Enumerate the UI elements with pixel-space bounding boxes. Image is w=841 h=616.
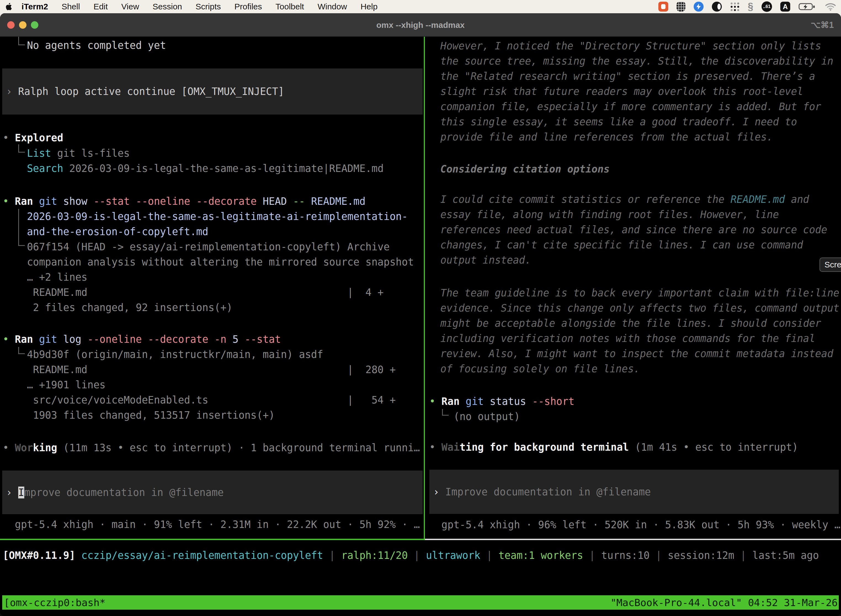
- thinking-paragraph-line: changes, I can't cite specific file line…: [440, 238, 803, 252]
- window-title: omx --xhigh --madmax: [0, 13, 841, 37]
- dots-grid-shape: [731, 3, 733, 4]
- more-lines-line: … +1901 lines: [3, 377, 105, 392]
- text-segment: last:5m ago: [752, 550, 819, 561]
- text-segment: README.md: [731, 194, 785, 205]
- text-segment: |: [481, 550, 498, 561]
- diffstat-summary-line: 2 files changed, 92 insertions(+): [3, 300, 233, 315]
- screen-recording-icon[interactable]: [658, 1, 668, 12]
- text-segment: output instead.: [440, 254, 531, 266]
- text-segment: king: [33, 442, 57, 454]
- text-segment: … +1901 lines: [3, 379, 105, 391]
- text-segment: Ralph loop active continue [OMX_TMUX_INJ…: [18, 85, 284, 97]
- pane-divider-vertical[interactable]: [424, 37, 425, 540]
- text-segment: --: [293, 195, 311, 207]
- dots-grid-icon[interactable]: [730, 2, 740, 11]
- thinking-paragraph-line: including verification notes with those …: [440, 331, 815, 346]
- screen-share-tooltip: Scre: [819, 258, 841, 272]
- text-segment: [3, 163, 27, 175]
- text-segment: --short: [532, 396, 574, 407]
- text-segment: references need actual files, and since …: [440, 224, 827, 236]
- text-segment: --oneline: [88, 333, 148, 345]
- text-segment: essay file, along with finding root file…: [440, 209, 779, 220]
- text-segment: [OMX#0.11.9]: [3, 550, 81, 561]
- wifi-icon[interactable]: [825, 3, 836, 11]
- bolt-shape: [696, 4, 701, 10]
- text-segment: session:12m: [668, 550, 734, 561]
- text-segment: However, I noticed the "Directory Struct…: [440, 40, 821, 52]
- ran-git-status-line: • Ran git status --short: [429, 394, 574, 409]
- moon-crescent-icon[interactable]: [712, 1, 722, 12]
- text-segment: I: [18, 487, 24, 499]
- text-segment: [3, 226, 27, 238]
- text-segment: review. Also, I might want to inspect th…: [440, 348, 833, 359]
- commit-output-line: companion analysis without altering the …: [3, 254, 414, 270]
- inject-banner[interactable]: › Ralph loop active continue [OMX_TMUX_I…: [2, 69, 423, 114]
- text-segment: companion analysis without altering the …: [3, 256, 414, 268]
- text-segment: gpt-5.4 xhigh · 96% left · 520K in · 5.8…: [429, 519, 841, 531]
- thinking-paragraph-line: However, I noticed the "Directory Struct…: [440, 38, 821, 54]
- battery-percent-badge-icon[interactable]: ..61: [762, 1, 772, 12]
- text-segment: •: [429, 396, 441, 407]
- text-segment: •: [3, 442, 15, 454]
- text-segment: (11m 13s • esc to interrupt) · 1 backgro…: [57, 442, 420, 454]
- text-segment: Toolbelt: [275, 2, 304, 11]
- thinking-paragraph-line: this single essay, it seems like a good …: [440, 114, 797, 129]
- text-segment: Ran: [15, 195, 39, 207]
- text-segment: ›: [433, 486, 445, 498]
- text-segment: changes, I can't cite specific file line…: [440, 239, 803, 251]
- tmux-status-bar: [omx-cczip0:bash* "MacBook-Pro-44.local"…: [2, 595, 839, 610]
- text-segment: -n: [214, 333, 233, 345]
- window-titlebar[interactable]: omx --xhigh --madmax ⌥⌘1: [0, 13, 841, 37]
- thinking-paragraph-line: the "Related research writing" section i…: [440, 69, 815, 84]
- text-segment: [3, 147, 27, 159]
- more-lines-line: … +2 lines: [3, 270, 88, 285]
- log-output-line: 4b9d30f (origin/main, instructkr/main, m…: [3, 347, 323, 362]
- text-segment: View: [122, 2, 139, 11]
- agents-completed-line: No agents completed yet: [3, 38, 166, 53]
- screen: iTerm2ShellEditViewSessionScriptsProfile…: [0, 0, 841, 616]
- text-segment: I could cite commit statistics or refere…: [440, 194, 731, 205]
- prompt-input-left[interactable]: › Improve documentation in @filename: [2, 471, 423, 514]
- text-segment: |: [583, 550, 601, 561]
- prompt-input-right[interactable]: › Improve documentation in @filename: [429, 470, 839, 514]
- text-segment: iTerm2: [22, 2, 48, 11]
- diffstat-line: src/voice/voiceModeEnabled.ts | 54 +: [3, 392, 396, 408]
- menubar-status-icons: § ..61 A: [658, 1, 836, 12]
- text-segment: git: [39, 333, 63, 345]
- text-segment: --decorate: [148, 333, 214, 345]
- diffstat-summary-line: 1903 files changed, 513517 insertions(+): [3, 408, 275, 423]
- text-segment: 2026-03-09-is-legal-the-same-as-legitima…: [27, 211, 408, 223]
- text-segment: Profiles: [234, 2, 262, 11]
- text-segment: git: [466, 396, 490, 407]
- blue-bolt-icon[interactable]: [694, 1, 703, 12]
- commit-filename-line: 2026-03-09-is-legal-the-same-as-legitima…: [3, 209, 408, 224]
- thinking-paragraph-line: the source tree, missing the essay. Stil…: [440, 54, 833, 69]
- text-segment: (1m 41s • esc to interrupt): [629, 441, 798, 453]
- text-segment: List: [27, 147, 57, 159]
- ran-git-show-line: • Ran git show --stat --oneline --decora…: [3, 194, 366, 209]
- diffstat-line: README.md | 280 +: [3, 362, 396, 377]
- text-segment: 2026-03-09-is-legal-the-same-as-legitima…: [69, 163, 384, 175]
- text-segment: ›: [6, 85, 18, 97]
- text-segment: and: [785, 194, 809, 205]
- input-source-icon[interactable]: A: [780, 1, 790, 12]
- text-segment: 2 files changed, 92 insertions(+): [3, 302, 233, 314]
- text-segment: Scripts: [196, 2, 221, 11]
- text-segment: Considering citation options: [440, 163, 610, 175]
- battery-icon[interactable]: [799, 2, 817, 11]
- text-segment: Wai: [441, 441, 460, 453]
- shield-grid-icon[interactable]: [677, 1, 686, 12]
- text-segment: cczip/essay/ai-reimplementation-copyleft: [81, 550, 323, 561]
- text-segment: Shell: [62, 2, 80, 11]
- text-segment: and-the-erosion-of-copyleft.md: [27, 226, 208, 238]
- text-segment: turns:10: [601, 550, 649, 561]
- text-segment: … +2 lines: [3, 271, 88, 283]
- section-glyph-icon[interactable]: §: [748, 1, 753, 12]
- thinking-paragraph-line: slight risk that future readers may over…: [440, 84, 803, 99]
- text-segment: The team guideline is to back every impo…: [440, 287, 840, 299]
- menubar-menus[interactable]: iTerm2ShellEditViewSessionScriptsProfile…: [22, 2, 391, 11]
- model-status-right: gpt-5.4 xhigh · 96% left · 520K in · 5.8…: [429, 517, 841, 532]
- apple-menu-icon[interactable]: [5, 3, 12, 11]
- text-segment: ›: [6, 487, 18, 499]
- macos-menubar: iTerm2ShellEditViewSessionScriptsProfile…: [0, 0, 841, 13]
